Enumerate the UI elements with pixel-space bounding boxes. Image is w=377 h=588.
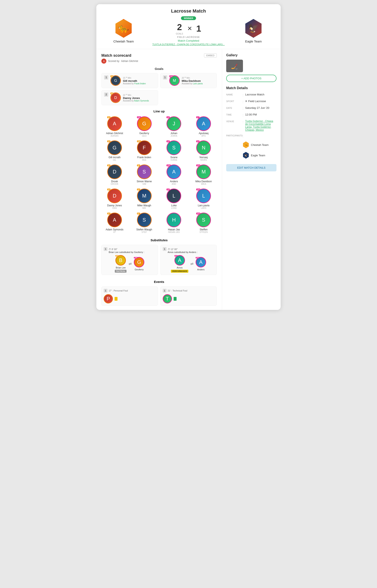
player-johan: 34 J Johan JO9HA	[161, 116, 187, 137]
player-loke: 23 L Loke LOKE	[161, 189, 187, 209]
subs-grid: 1 ⏱ 8' 00" Brian Lee substituted by Geof…	[101, 245, 217, 275]
player-avatar-3: J	[166, 116, 181, 131]
events-title: Events	[101, 280, 217, 283]
player-code-5: GIL	[113, 159, 116, 161]
player-num-10: 34	[137, 164, 140, 166]
sub-card-1: 1 ⏱ 8' 00" Brian Lee substituted by Geof…	[101, 245, 158, 275]
player-avatar-7: S	[166, 140, 181, 155]
player-adrian: 45 A Adrian Gilchrist ADRIAN	[101, 116, 128, 137]
team-right-name: Eagle Team	[245, 40, 262, 43]
player-name-7: Svane	[170, 156, 177, 159]
sub-name-out-2: Amos	[177, 266, 183, 269]
player-name-6: Frank linden	[137, 156, 151, 159]
goal-info-3: 22 th Min Danny Jones Assisted by Adam S…	[123, 93, 155, 102]
goals-grid: 1 23 G 15 th Min Gill mcrath Assisted by…	[101, 73, 217, 88]
player-avatar-wrap-14: 13 M	[137, 189, 152, 203]
add-photos-button[interactable]: + ADD PHOTOS	[226, 75, 276, 82]
detail-time: TIME : 12:00 PM	[226, 113, 276, 117]
goal-num-2: 1	[163, 75, 167, 79]
main-layout: EMBED Match scorecard A Scored by Adrian…	[96, 49, 281, 310]
sub-player-out-1: 56 B Brian Lee TACTICAL	[115, 255, 127, 273]
sub-av-out-2: A	[175, 255, 185, 266]
player-avatar-17: A	[107, 213, 122, 227]
events-grid: 1 17' : Personal Foul P 1 21' : Technica…	[101, 286, 217, 306]
gallery-title: Gallery	[226, 53, 276, 57]
player-code-2: GEO	[142, 135, 147, 137]
player-avatar-wrap-7: 42 S	[166, 140, 181, 155]
player-num-15: 23	[166, 189, 170, 191]
player-avatar-wrap-8: 24 N	[196, 140, 211, 155]
player-avatar-wrap-18: 67 S	[137, 213, 152, 227]
player-avatar-9: D	[107, 164, 122, 179]
player-name-19: Hasan Jas	[168, 228, 180, 231]
player-num-6: 222	[137, 140, 141, 142]
team-right: 🦅 Eagle Team	[235, 19, 272, 43]
player-code-16: LARS	[201, 207, 206, 209]
player-hasan: H Hasan Jas HASAN JAS	[161, 213, 187, 233]
player-name-10: Simon Warne	[137, 180, 152, 183]
sub-desc-2: Amos substituted by Anders :	[168, 251, 198, 253]
scored-by-label: Scored by	[108, 60, 119, 63]
event-player-row-2: T	[163, 294, 215, 303]
edit-match-button[interactable]: EDIT MATCH DETAILS	[226, 164, 276, 171]
sub-tag-1: TACTICAL	[115, 270, 127, 273]
goal-min-1: 15 th Min	[123, 76, 155, 79]
lineup-grid: 45 A Adrian Gilchrist ADRIAN 236 G Geofe…	[101, 116, 217, 233]
team-left-name: Cheetah Team	[113, 40, 134, 43]
player-stefen: 67 S Stefen Waugh STEF	[131, 213, 157, 233]
cheetah-part-name: Cheetah Team	[251, 143, 269, 147]
player-name-1: Adrian Gilchrist	[106, 132, 123, 135]
player-avatar-wrap-1: 45 A	[107, 116, 122, 131]
player-avatar-13: D	[107, 189, 122, 203]
lineup-title: Line up	[101, 109, 217, 113]
player-avatar-wrap-5: 43 G	[107, 140, 122, 155]
score-left: 2	[176, 22, 183, 32]
player-num-17: 22	[107, 213, 110, 215]
player-name-16: Lars pavia	[198, 204, 209, 207]
player-num-7: 42	[166, 140, 170, 142]
cheetah-icon: 🐆	[115, 20, 132, 37]
sub-team-num-1: 1	[104, 247, 107, 251]
sub-num-out-1: 56	[115, 255, 118, 257]
sub-time-2: ⏱ 12' 00"	[168, 248, 178, 250]
event-avatar-2: T	[163, 294, 172, 303]
scorer-name: Adrian Gilchrist	[121, 60, 138, 63]
player-code-17: 67	[113, 231, 116, 233]
player-code-6: REE	[142, 159, 146, 161]
player-avatar-16: L	[196, 189, 211, 203]
sub-team-num-2: 1	[163, 247, 166, 251]
sub-name-in-1: Geoferry	[135, 268, 144, 271]
jersey-badge-1: 23	[110, 75, 113, 77]
embed-button[interactable]: EMBED	[204, 53, 217, 57]
player-avatar-12: M	[196, 164, 211, 179]
sub-player-in-2: 245 A Anders	[196, 257, 206, 271]
player-name-3: Johan	[170, 132, 177, 135]
sub-num-in-2: 245	[196, 257, 199, 259]
goal-assist-1: Assisted by Frank linden	[123, 82, 155, 85]
sub-num-in-1: 236	[134, 257, 138, 259]
eagle-hex: 🦅	[244, 19, 263, 38]
center-info: WINNER 2 GOALS ✕ 1 FIELD LACROSSE Match …	[142, 16, 235, 46]
goal-name-3: Danny Jones	[123, 96, 155, 100]
player-code-13: DAN	[112, 207, 117, 209]
player-danny: 35 D Danny Jones DAN	[101, 189, 128, 209]
detail-val-venue[interactable]: Tuxtla Gutierrez - Chiapa de CorzoSatéli…	[245, 120, 276, 131]
event-time-2: 21' : Technical Foul	[168, 289, 188, 292]
score-right: 1	[196, 24, 201, 34]
goal-card-2: 1 232 M 20 th Min Mika Davidson Assisted…	[160, 73, 217, 88]
player-avatar-4: A	[196, 116, 211, 131]
player-name-17: Adam Symonds	[106, 228, 124, 231]
venue-link[interactable]: TUXTLA GUTIERREZ - CHIAPA DE CORZOSATÉLI…	[152, 43, 225, 46]
match-header: Lacrosse Match 🐆 Cheetah Team WINNER 2 G…	[96, 4, 281, 49]
green-card-2	[174, 297, 177, 301]
sub-desc-1: Brian Lee substituted by Geoferry :	[109, 251, 144, 253]
scorecard-title: Match scorecard	[101, 53, 217, 58]
sub-av-in-2: A	[196, 257, 206, 267]
player-avatar-wrap-15: 23 L	[166, 189, 181, 203]
player-code-1: ADRIAN	[111, 135, 118, 137]
player-avatar-15: L	[166, 189, 181, 203]
jersey-badge-2: 232	[169, 75, 173, 77]
sub-num-out-2: 43	[175, 255, 177, 257]
player-avatar-wrap-13: 35 D	[107, 189, 122, 203]
sub-header-2: 1 ⏱ 12' 00" Amos substituted by Anders :	[163, 247, 215, 253]
